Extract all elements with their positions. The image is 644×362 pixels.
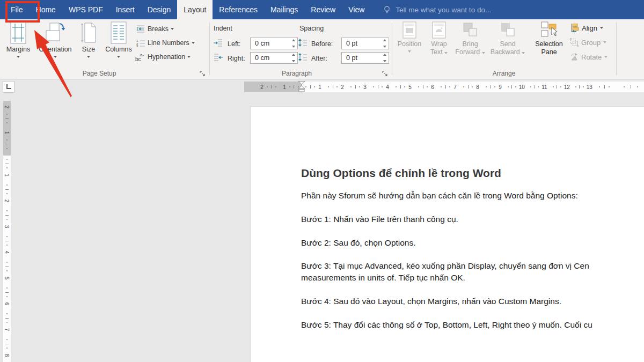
horizontal-ruler[interactable]: 1 2 3 4 5 6 7 8 9 10 11 12 13 [302, 82, 644, 92]
chevron-down-icon [171, 28, 174, 30]
ruler-cell: 6 [3, 284, 11, 310]
wrap-text-button[interactable]: Wrap Text [425, 21, 453, 56]
align-icon [570, 24, 579, 32]
document-page[interactable]: Dùng Options để chỉnh lề trong Word Phần… [251, 106, 644, 362]
ruler-cell: 4 [3, 233, 11, 258]
ruler-cell: 6 [415, 82, 437, 92]
ruler-cell: 12 [550, 82, 573, 92]
line-numbers-button[interactable]: 1 2 3 Line Numbers [136, 38, 195, 48]
svg-text:3: 3 [136, 45, 138, 47]
spinner-up-icon[interactable] [383, 39, 386, 41]
indent-right-value: 0 cm [255, 54, 269, 62]
indent-left-icon [214, 39, 223, 47]
document-line: Bước 1: Nhấn vào File trên thanh công cụ… [301, 215, 458, 224]
bring-forward-icon [462, 21, 478, 39]
spinner-up-icon[interactable] [383, 54, 386, 56]
document-line: Bước 3: Tại mục Advanced, kéo xuống phần… [301, 261, 589, 271]
spinner-up-icon[interactable] [292, 39, 295, 41]
chevron-down-icon [603, 41, 606, 43]
tab-mailings[interactable]: Mailings [264, 0, 304, 19]
ruler-cell: 10 [505, 82, 528, 92]
arrange-group-label: Arrange [450, 70, 558, 77]
lightbulb-icon [383, 5, 391, 14]
ruler-cell: 3 [347, 82, 370, 92]
tab-stop-selector[interactable] [3, 81, 14, 93]
group-button[interactable]: Group [570, 37, 606, 48]
document-line: measurements in units of. Tiếp tục nhấn … [301, 273, 465, 283]
spinner-down-icon[interactable] [292, 60, 295, 62]
columns-label: Columns [105, 46, 131, 53]
spinner-down-icon[interactable] [383, 60, 386, 62]
line-numbers-icon: 1 2 3 [136, 39, 145, 47]
send-backward-icon [500, 21, 516, 39]
spacing-after-spinner[interactable] [382, 54, 387, 62]
chevron-down-icon [187, 56, 191, 58]
tab-wps-pdf[interactable]: WPS PDF [62, 0, 109, 19]
indent-left-input[interactable]: 0 cm [250, 38, 298, 49]
chevron-down-icon [444, 52, 448, 54]
tab-review[interactable]: Review [304, 0, 342, 19]
size-label: Size [82, 46, 95, 53]
ruler-cell [595, 82, 618, 92]
tab-file[interactable]: File [4, 0, 30, 19]
size-button[interactable]: Size [76, 21, 101, 58]
tab-references[interactable]: References [213, 0, 264, 19]
chevron-down-icon [482, 52, 485, 54]
size-icon [80, 21, 97, 44]
group-label: Group [581, 39, 601, 47]
tab-design[interactable]: Design [141, 0, 178, 19]
tab-home[interactable]: Home [30, 0, 62, 19]
tab-insert[interactable]: Insert [109, 0, 141, 19]
spacing-before-input[interactable]: 0 pt [341, 38, 389, 49]
spinner-down-icon[interactable] [383, 46, 386, 48]
ruler-cell: 4 [370, 82, 392, 92]
page-setup-dialog-launcher[interactable] [200, 70, 206, 76]
ruler-cell: 2 [257, 82, 280, 92]
indent-left-spinner[interactable] [290, 39, 296, 48]
tell-me-box[interactable]: Tell me what you want to do... [383, 0, 491, 19]
vertical-ruler-margin[interactable]: 2 1 [3, 101, 11, 156]
vertical-ruler[interactable]: 1 2 3 4 5 6 7 8 [3, 156, 11, 362]
margins-icon [10, 21, 26, 44]
position-button[interactable]: Position [394, 21, 425, 53]
line-numbers-label: Line Numbers [148, 39, 189, 47]
horizontal-ruler-margin[interactable]: 2 1 [244, 82, 302, 92]
hyphenation-button[interactable]: a- bc Hyphenation [135, 51, 191, 62]
breaks-button[interactable]: Breaks [136, 24, 174, 34]
ruler-cell: 13 [573, 82, 595, 92]
ruler-cell: 2 [3, 181, 11, 207]
indent-markers[interactable] [297, 81, 306, 92]
chevron-down-icon [408, 50, 411, 53]
send-backward-button[interactable]: Send Backward [487, 21, 528, 56]
ruler-cell: 11 [528, 82, 550, 92]
indent-right-spinner[interactable] [290, 54, 296, 62]
margins-button[interactable]: Margins [3, 21, 33, 58]
orientation-icon [45, 21, 65, 44]
position-icon [401, 21, 418, 39]
spinner-down-icon[interactable] [292, 46, 295, 48]
chevron-down-icon [17, 56, 20, 58]
chevron-down-icon [117, 56, 120, 58]
indent-right-input[interactable]: 0 cm [250, 52, 298, 64]
orientation-button[interactable]: Orientation [33, 21, 77, 58]
chevron-down-icon [600, 27, 603, 29]
columns-button[interactable]: Columns [101, 21, 136, 58]
rotate-icon [570, 53, 579, 61]
selection-pane-label-1: Selection [535, 40, 562, 48]
position-label: Position [398, 40, 421, 48]
align-button[interactable]: Align [570, 23, 603, 33]
ruler-cell: 8 [3, 336, 11, 361]
tab-view[interactable]: View [342, 0, 371, 19]
indent-header: Indent [214, 25, 232, 32]
tab-layout[interactable]: Layout [177, 0, 213, 19]
svg-text:bc: bc [135, 56, 141, 62]
bring-forward-button[interactable]: Bring Forward [453, 21, 487, 56]
rotate-button[interactable]: Rotate [570, 51, 608, 62]
selection-pane-button[interactable]: Selection Pane [530, 21, 568, 56]
spacing-after-input[interactable]: 0 pt [341, 52, 389, 64]
paragraph-dialog-launcher[interactable] [382, 70, 389, 76]
chevron-down-icon [54, 56, 57, 58]
spacing-before-spinner[interactable] [382, 39, 387, 48]
spinner-up-icon[interactable] [292, 54, 295, 56]
chevron-down-icon [192, 42, 195, 44]
